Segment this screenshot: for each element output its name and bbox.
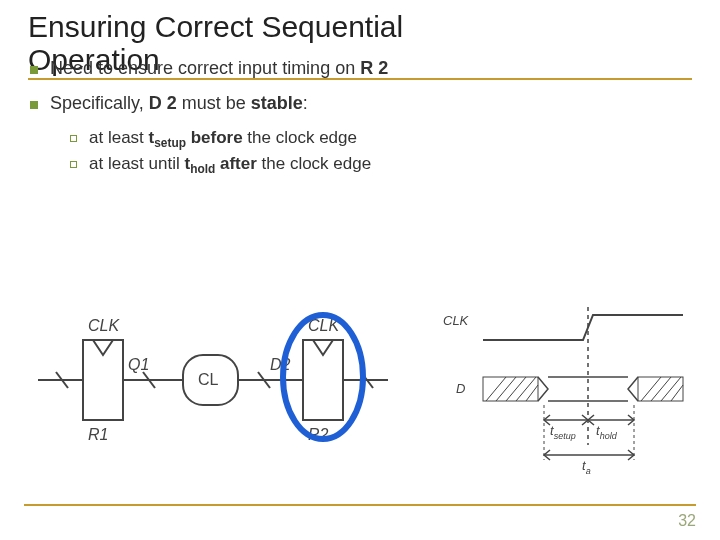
label-thold: thold [596,423,618,441]
circuit-timing-diagram: CLK R1 Q1 CL D2 CLK R2 [28,285,692,485]
sub-bullet-2-text: at least until thold after the clock edg… [89,154,371,176]
sub-bullet-2: at least until thold after the clock edg… [68,154,692,176]
bottom-rule [24,504,696,506]
label-clk-timing: CLK [443,313,470,328]
svg-rect-8 [303,340,343,420]
sub2-bold: after [215,154,257,173]
bullet-1-text: Need to ensure correct input timing on R… [50,58,388,79]
svg-line-21 [641,377,661,401]
sub2-post: the clock edge [257,154,371,173]
label-tsetup: tsetup [550,423,576,441]
bullet-item-1: Need to ensure correct input timing on R… [28,58,692,79]
bullet-open-square-icon [70,161,77,168]
bullet-item-2: Specifically, D 2 must be stable: [28,93,692,114]
bullet-square-icon [30,101,38,109]
sub2-pre: at least until [89,154,184,173]
title-line1: Ensuring Correct Sequential [28,10,403,43]
bullet-2-bold1: D 2 [149,93,177,113]
sub1-post: the clock edge [243,128,357,147]
sub1-pre: at least [89,128,149,147]
svg-line-14 [496,377,516,401]
bullet-list: Need to ensure correct input timing on R… [28,58,692,177]
svg-rect-2 [83,340,123,420]
diagram-area: CLK R1 Q1 CL D2 CLK R2 [28,285,692,485]
slide: Ensuring Correct Sequential Operation Ne… [0,0,720,540]
bullet-2-pre: Specifically, [50,93,149,113]
svg-rect-12 [483,377,538,401]
sub1-sub: setup [154,136,186,150]
sub-bullet-1-text: at least tsetup before the clock edge [89,128,357,150]
bullet-2-mid: must be [177,93,251,113]
timing-block: CLK D [443,307,683,476]
label-clk-r1: CLK [88,317,120,334]
bullet-2-text: Specifically, D 2 must be stable: [50,93,308,114]
bullet-open-square-icon [70,135,77,142]
label-ta: ta [582,458,591,476]
bullet-2-bold2: stable [251,93,303,113]
bullet-square-icon [30,66,38,74]
sub-bullet-1: at least tsetup before the clock edge [68,128,692,150]
bullet-1-pre: Need to ensure correct input timing on [50,58,360,78]
bullet-2-post: : [303,93,308,113]
label-q1: Q1 [128,356,149,373]
label-cl: CL [198,371,219,388]
page-number: 32 [678,512,696,530]
svg-line-16 [516,377,536,401]
svg-line-15 [506,377,526,401]
label-d-timing: D [456,381,465,396]
label-r1: R1 [88,426,108,443]
svg-line-13 [486,377,506,401]
sub2-sub: hold [190,163,215,177]
svg-line-23 [661,377,681,401]
svg-line-22 [651,377,671,401]
bullet-1-bold: R 2 [360,58,388,78]
circuit-block: CLK R1 Q1 CL D2 CLK R2 [38,315,388,443]
sub1-bold: before [186,128,243,147]
